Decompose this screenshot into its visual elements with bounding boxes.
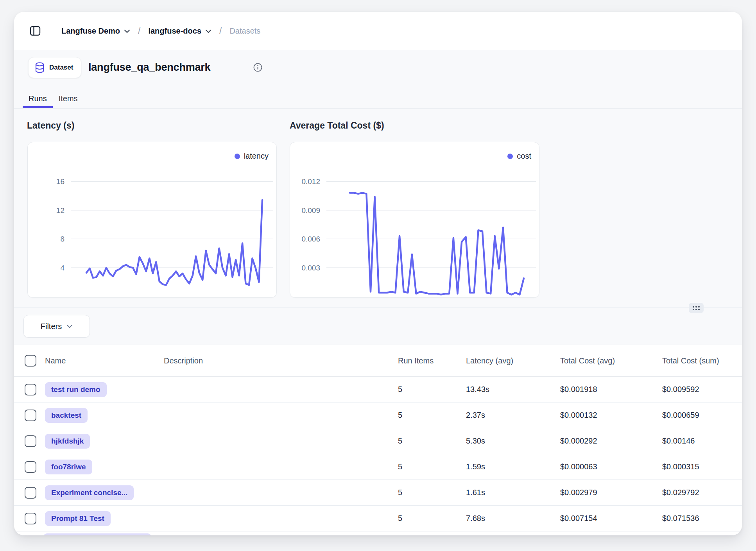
table-row: Experiment concise...51.61s$0.002979$0.0…	[14, 480, 742, 506]
table-row: test run demo513.43s$0.001918$0.009592	[14, 377, 742, 403]
latency-chart: 161284	[28, 142, 276, 297]
cell-name: Experiment concise...	[14, 485, 158, 500]
cell-description	[158, 480, 384, 505]
cell-total-cost-avg: $0.001918	[546, 385, 648, 394]
tab-bar: Runs Items	[23, 91, 84, 108]
cell-latency-avg: 1.59s	[452, 462, 546, 471]
cell-total-cost-sum: $0.000315	[648, 462, 742, 471]
row-checkbox[interactable]	[25, 461, 36, 473]
cell-latency-avg: 1.61s	[452, 488, 546, 497]
breadcrumb: Langfuse Demo / langfuse-docs / Datasets	[61, 26, 260, 36]
cell-description	[158, 403, 384, 428]
tab-items[interactable]: Items	[53, 91, 84, 108]
cell-run-items: 5	[384, 385, 452, 394]
table-row: backtest52.37s$0.000132$0.000659	[14, 403, 742, 428]
tab-runs[interactable]: Runs	[23, 91, 53, 108]
header-run-items: Run Items	[384, 356, 452, 365]
cell-latency-avg: 5.30s	[452, 437, 546, 445]
run-name-link[interactable]	[43, 533, 151, 535]
cell-name: backtest	[14, 408, 158, 423]
latency-chart-legend: latency	[235, 152, 269, 161]
cell-run-items: 5	[384, 411, 452, 420]
row-checkbox[interactable]	[25, 487, 36, 499]
breadcrumb-org[interactable]: Langfuse Demo	[61, 27, 130, 36]
cell-name: hjkfdshjk	[14, 434, 158, 449]
header-description: Description	[158, 345, 384, 376]
breadcrumb-project-label: langfuse-docs	[148, 27, 201, 36]
breadcrumb-separator: /	[136, 26, 143, 36]
table-row: hjkfdshjk55.30s$0.000292$0.00146	[14, 428, 742, 454]
database-icon	[35, 62, 45, 73]
cell-run-items: 5	[384, 514, 452, 523]
run-name-link[interactable]: Prompt 81 Test	[45, 511, 111, 526]
runs-table: Name Description Run Items Latency (avg)…	[14, 345, 742, 535]
cell-total-cost-avg: $0.000063	[546, 462, 648, 471]
run-name-link[interactable]: hjkfdshjk	[45, 434, 90, 449]
page-title: langfuse_qa_benchmark	[88, 57, 210, 77]
cell-name: test run demo	[14, 382, 158, 397]
breadcrumb-org-label: Langfuse Demo	[61, 27, 120, 36]
sidebar-toggle-button[interactable]	[29, 24, 43, 38]
cell-total-cost-avg: $0.002979	[546, 488, 648, 497]
page-content: Dataset langfuse_qa_benchmark Runs Items…	[14, 50, 742, 535]
cell-run-items: 5	[384, 437, 452, 445]
cost-chart-legend: cost	[507, 152, 531, 161]
select-all-checkbox[interactable]	[25, 355, 36, 367]
cell-run-items: 5	[384, 488, 452, 497]
run-name-link[interactable]: test run demo	[45, 382, 107, 397]
row-checkbox[interactable]	[25, 410, 36, 421]
breadcrumb-section[interactable]: Datasets	[229, 27, 260, 36]
cell-latency-avg: 13.43s	[452, 385, 546, 394]
row-checkbox[interactable]	[25, 513, 36, 524]
latency-chart-title: Latency (s)	[27, 120, 74, 131]
cell-run-items: 5	[384, 462, 452, 471]
run-name-link[interactable]: Experiment concise...	[45, 485, 134, 500]
cell-total-cost-sum: $0.071536	[648, 514, 742, 523]
cell-total-cost-sum: $0.029792	[648, 488, 742, 497]
cell-total-cost-avg: $0.000292	[546, 437, 648, 445]
resize-handle[interactable]	[689, 303, 704, 313]
cell-description	[158, 428, 384, 454]
cell-description	[158, 531, 384, 535]
header-total-cost-sum: Total Cost (sum)	[648, 356, 742, 365]
legend-dot	[235, 154, 240, 159]
filters-button-label: Filters	[41, 322, 62, 331]
svg-text:0.003: 0.003	[301, 264, 320, 272]
legend-dot	[507, 154, 513, 159]
cell-total-cost-sum: $0.009592	[648, 385, 742, 394]
legend-label: latency	[244, 152, 269, 161]
svg-text:0.009: 0.009	[301, 206, 320, 215]
table-header-row: Name Description Run Items Latency (avg)…	[14, 345, 742, 377]
dataset-badge-label: Dataset	[49, 64, 73, 72]
cell-description	[158, 454, 384, 479]
section-divider	[14, 308, 742, 308]
table-row: foo78riwe51.59s$0.000063$0.000315	[14, 454, 742, 480]
info-icon[interactable]	[253, 63, 262, 73]
cell-latency-avg: 2.37s	[452, 411, 546, 420]
grid-dots-icon	[693, 306, 700, 310]
cell-total-cost-sum: $0.00146	[648, 437, 742, 445]
latency-chart-card: 161284 latency	[27, 142, 277, 298]
row-checkbox[interactable]	[25, 384, 36, 395]
svg-text:12: 12	[56, 206, 64, 215]
panel-left-icon	[29, 25, 41, 37]
breadcrumb-project[interactable]: langfuse-docs	[148, 27, 211, 36]
cell-latency-avg: 7.68s	[452, 514, 546, 523]
top-bar: Langfuse Demo / langfuse-docs / Datasets	[14, 12, 742, 50]
chevron-down-icon	[66, 324, 73, 328]
run-name-link[interactable]: backtest	[45, 408, 88, 423]
cost-chart: 0.0120.0090.0060.003	[290, 142, 539, 297]
header-latency-avg: Latency (avg)	[452, 356, 546, 365]
cost-chart-card: 0.0120.0090.0060.003 cost	[290, 142, 539, 298]
svg-text:0.006: 0.006	[301, 235, 320, 243]
table-row: Prompt 81 Test57.68s$0.007154$0.071536	[14, 506, 742, 531]
chevron-down-icon	[205, 29, 211, 33]
cell-total-cost-avg: $0.000132	[546, 411, 648, 420]
breadcrumb-separator: /	[217, 26, 224, 36]
filters-button[interactable]: Filters	[23, 315, 90, 338]
run-name-link[interactable]: foo78riwe	[45, 460, 92, 474]
row-checkbox[interactable]	[25, 435, 36, 447]
chevron-down-icon	[124, 29, 130, 33]
svg-text:8: 8	[60, 235, 64, 243]
desktop-background: { "breadcrumb": { "org": "Langfuse Demo"…	[0, 0, 756, 551]
